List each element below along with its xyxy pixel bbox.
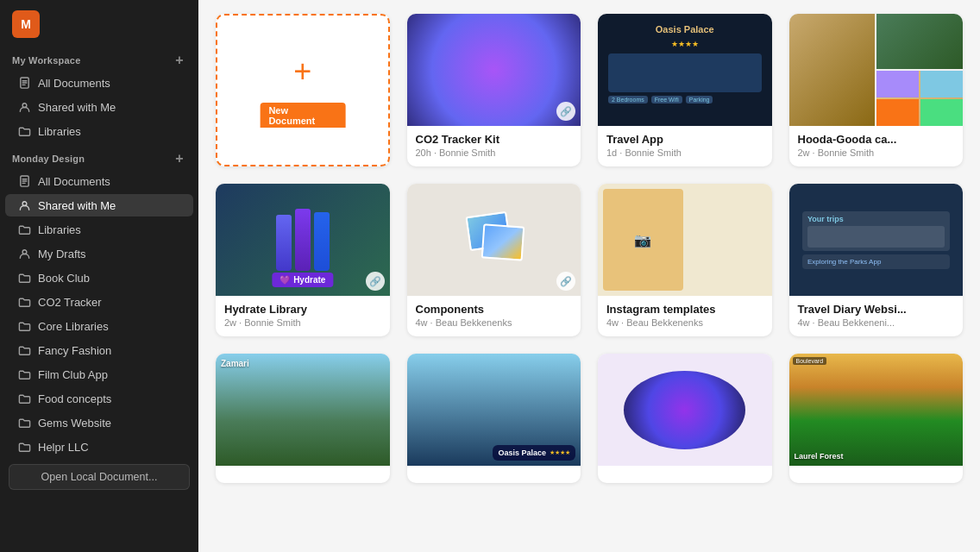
- sidebar-item-all-docs-ws[interactable]: All Documents: [5, 72, 193, 94]
- trip-map: [807, 226, 945, 248]
- co2-tracker-card[interactable]: 🔗 CO2 Tracker Kit 20h · Bonnie Smith: [407, 14, 581, 166]
- sphere-card-info: [598, 466, 772, 483]
- sphere-bg: [624, 371, 745, 449]
- open-local-button[interactable]: Open Local Document...: [9, 464, 190, 490]
- bottles-group: [276, 209, 330, 271]
- sidebar-item-book-club[interactable]: Book Club: [5, 267, 193, 289]
- hydrate-meta: 2w · Bonnie Smith: [224, 317, 381, 328]
- travel-app-card-info: Travel App 1d · Bonnie Smith: [598, 126, 772, 166]
- sidebar-item-co2-tracker[interactable]: CO2 Tracker: [5, 291, 193, 313]
- oasis-thumb: Oasis Palace ★★★★: [407, 354, 581, 466]
- photo-2: [481, 223, 525, 260]
- travel-diary-bg: Your trips Exploring the Parks App: [789, 184, 964, 296]
- person-icon: [17, 198, 31, 212]
- sphere-card[interactable]: [598, 354, 772, 483]
- sidebar-item-libraries-ws[interactable]: Libraries: [5, 120, 193, 142]
- fi3: [876, 99, 919, 126]
- instagram-bg: 📷: [598, 184, 772, 296]
- co2-meta: 20h · Bonnie Smith: [416, 147, 573, 158]
- sidebar-item-my-drafts[interactable]: My Drafts: [5, 242, 193, 265]
- sidebar-item-label: Core Libraries: [38, 320, 109, 333]
- hooda-meta: 2w · Bonnie Smith: [798, 147, 955, 158]
- doc-icon: [17, 76, 31, 90]
- new-document-card[interactable]: + New Document: [216, 14, 390, 166]
- hooda-title: Hooda-Gooda ca...: [798, 133, 955, 146]
- components-thumb: 🔗: [407, 184, 581, 296]
- components-bg: [407, 184, 581, 296]
- bottle-3: [314, 212, 330, 271]
- co2-title: CO2 Tracker Kit: [416, 133, 573, 146]
- travel-app-bg: Oasis Palace ★★★★ 2 Bedrooms Free Wifi P…: [598, 14, 772, 126]
- person-icon: [17, 247, 31, 260]
- person-icon: [17, 100, 31, 114]
- zamari-card[interactable]: Zamari: [216, 354, 390, 483]
- hydrate-title: Hydrate Library: [224, 303, 381, 316]
- add-monday-button[interactable]: +: [173, 152, 186, 166]
- sidebar-item-shared-ws[interactable]: Shared with Me: [5, 96, 193, 118]
- sidebar-item-core-libraries[interactable]: Core Libraries: [5, 315, 193, 337]
- sidebar-item-shared-md[interactable]: Shared with Me: [5, 194, 193, 216]
- insta-book-1: 📷: [603, 189, 683, 291]
- map-placeholder: [608, 53, 762, 92]
- travel-diary-title: Travel Diary Websi...: [798, 303, 955, 316]
- hydrate-thumb: 💜 Hydrate 🔗: [216, 184, 390, 296]
- zamari-card-info: [216, 466, 390, 483]
- documents-grid: + New Document 🔗 CO2 Tracker Kit 20h · B…: [216, 14, 963, 483]
- sidebar-item-libraries-md[interactable]: Libraries: [5, 218, 193, 241]
- sidebar-item-fancy-fashion[interactable]: Fancy Fashion: [5, 339, 193, 361]
- oasis-card[interactable]: Oasis Palace ★★★★: [407, 354, 581, 483]
- travel-app-card[interactable]: Oasis Palace ★★★★ 2 Bedrooms Free Wifi P…: [598, 14, 772, 166]
- sidebar-item-label: All Documents: [38, 77, 110, 90]
- share-icon: 🔗: [556, 272, 575, 291]
- hydrate-library-card[interactable]: 💜 Hydrate 🔗 Hydrate Library 2w · Bonnie …: [216, 184, 390, 336]
- folder-icon: [17, 367, 31, 381]
- folder-icon: [17, 223, 31, 236]
- travel-app-thumb: Oasis Palace ★★★★ 2 Bedrooms Free Wifi P…: [598, 14, 772, 126]
- folder-icon: [17, 124, 31, 138]
- sidebar-item-label: Shared with Me: [38, 199, 116, 212]
- forest-bg: Boulevard Laurel Forest: [789, 354, 964, 466]
- travel-app-ui: Oasis Palace ★★★★ 2 Bedrooms Free Wifi P…: [598, 14, 772, 126]
- components-card-info: Components 4w · Beau Bekkenenks: [407, 296, 581, 336]
- food-img-1: [789, 14, 876, 126]
- oasis-stars: ★★★★: [550, 449, 570, 456]
- instagram-templates-card[interactable]: 📷 Instagram templates 4w · Beau Bekkenen…: [598, 184, 772, 336]
- forest-card[interactable]: Boulevard Laurel Forest: [789, 354, 964, 483]
- monday-design-label: Monday Design: [12, 154, 85, 164]
- components-title: Components: [416, 303, 573, 316]
- sidebar-item-label: Libraries: [38, 125, 81, 138]
- hydrate-card-info: Hydrate Library 2w · Bonnie Smith: [216, 296, 390, 336]
- travel-diary-card[interactable]: Your trips Exploring the Parks App Trave…: [789, 184, 964, 336]
- hydrate-text: Hydrate: [293, 275, 325, 285]
- sidebar-item-film-club[interactable]: Film Club App: [5, 363, 193, 386]
- sidebar-item-gems-website[interactable]: Gems Website: [5, 411, 193, 434]
- add-workspace-button[interactable]: +: [173, 53, 186, 67]
- components-card[interactable]: 🔗 Components 4w · Beau Bekkenenks: [407, 184, 581, 336]
- workspace-avatar: M: [12, 10, 40, 38]
- folder-icon: [17, 343, 31, 357]
- oasis-bg: Oasis Palace ★★★★: [407, 354, 581, 466]
- sidebar-item-label: CO2 Tracker: [38, 296, 102, 309]
- explore-label: Exploring the Parks App: [807, 258, 945, 266]
- sidebar-item-label: Food concepts: [38, 392, 111, 405]
- sidebar-item-label: Libraries: [38, 223, 81, 236]
- folder-icon: [17, 319, 31, 333]
- hooda-gooda-card[interactable]: Hooda-Gooda ca... 2w · Bonnie Smith: [789, 14, 964, 166]
- forest-card-info: [789, 466, 964, 483]
- sidebar-item-label: Helpr LLC: [38, 441, 89, 454]
- zamari-label: Zamari: [221, 359, 249, 368]
- bottle-2: [295, 209, 311, 271]
- sidebar-item-all-docs-md[interactable]: All Documents: [5, 170, 193, 192]
- new-doc-thumb: + New Document: [217, 16, 388, 128]
- folder-icon: [17, 392, 31, 405]
- folder-icon: [17, 416, 31, 430]
- zamari-bg: Zamari: [216, 354, 390, 466]
- travel-diary-card-info: Travel Diary Websi... 4w · Beau Bekkenen…: [789, 296, 964, 336]
- travel-diary-meta: 4w · Beau Bekkeneni...: [798, 317, 955, 328]
- co2-thumb: 🔗: [407, 14, 581, 126]
- forest-thumb: Boulevard Laurel Forest: [789, 354, 964, 466]
- sidebar-item-food-concepts[interactable]: Food concepts: [5, 387, 193, 410]
- sidebar-item-helpr-llc[interactable]: Helpr LLC: [5, 436, 193, 458]
- oasis-label-box: Oasis Palace ★★★★: [493, 445, 575, 461]
- sidebar-item-label: Film Club App: [38, 368, 108, 381]
